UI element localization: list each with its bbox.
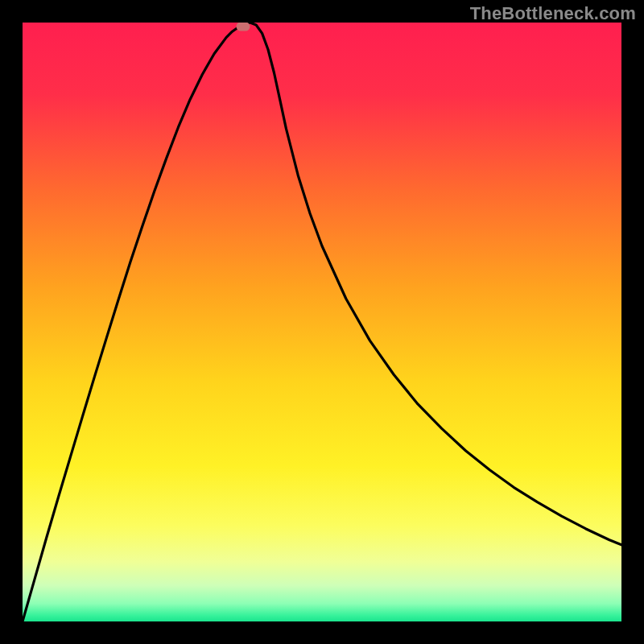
watermark-text: TheBottleneck.com xyxy=(470,3,636,24)
bottleneck-curve xyxy=(23,23,621,621)
optimal-point-marker xyxy=(236,23,250,31)
chart-frame: TheBottleneck.com xyxy=(0,0,644,644)
plot-area xyxy=(23,23,621,621)
